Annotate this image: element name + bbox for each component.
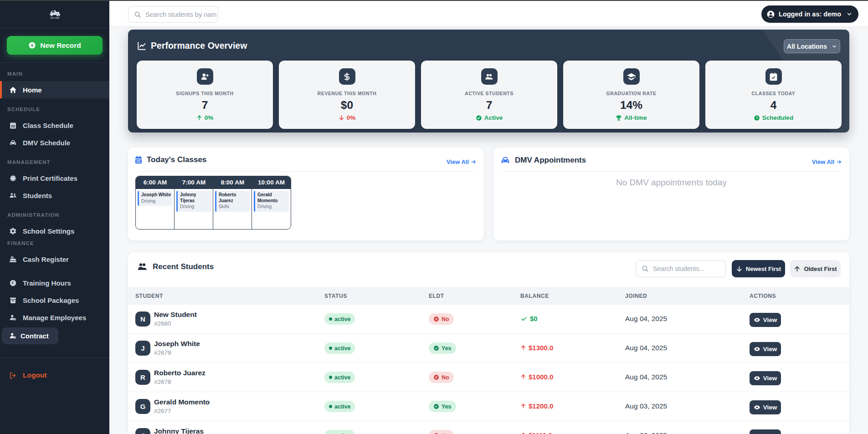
svg-text:RECORD: RECORD — [50, 16, 59, 19]
